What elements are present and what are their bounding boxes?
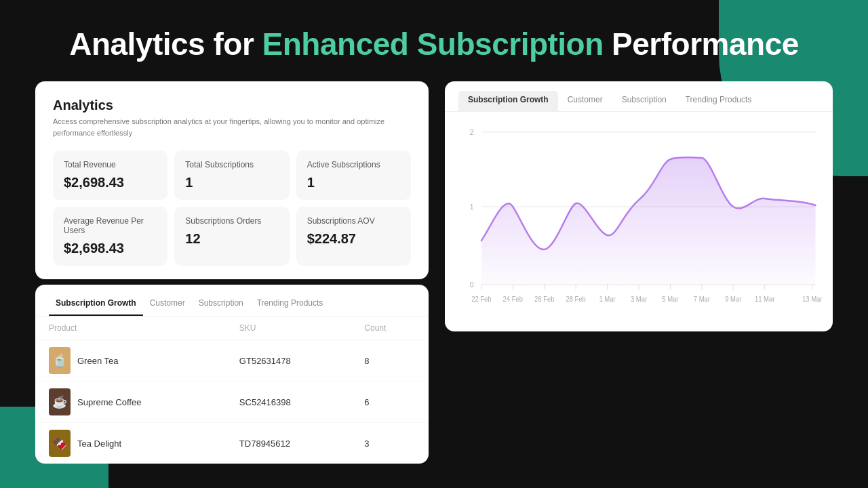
page-header: Analytics for Enhanced Subscription Perf…	[0, 0, 868, 81]
title-suffix: Performance	[604, 26, 799, 62]
svg-text:26 Feb: 26 Feb	[534, 296, 554, 303]
left-panel: Analytics Access comprehensive subscript…	[35, 81, 429, 464]
svg-text:28 Feb: 28 Feb	[566, 296, 585, 303]
title-prefix: Analytics for	[69, 26, 262, 62]
svg-text:1: 1	[470, 203, 474, 211]
svg-text:22 Feb: 22 Feb	[471, 296, 491, 303]
product-sku-1: SC52416398	[226, 382, 351, 423]
product-icon-0: 🍵	[49, 347, 71, 374]
svg-text:7 Mar: 7 Mar	[694, 296, 711, 303]
product-count-2: 3	[351, 423, 429, 464]
svg-text:1 Mar: 1 Mar	[599, 296, 616, 303]
chart-tab-3[interactable]: Trending Products	[676, 91, 762, 111]
chart-tab-0[interactable]: Subscription Growth	[458, 91, 558, 111]
product-icon-1: ☕	[49, 388, 71, 415]
title-accent: Enhanced Subscription	[262, 26, 604, 62]
table-col-0: Product	[35, 317, 226, 340]
svg-text:24 Feb: 24 Feb	[503, 296, 523, 303]
metric-label-3: Average Revenue Per Users	[64, 216, 157, 235]
product-cell-2: 🍫Tea Delight	[35, 423, 226, 464]
product-table: ProductSKUCount 🍵Green TeaGT526314788☕Su…	[35, 317, 429, 464]
table-tab-3[interactable]: Trending Products	[250, 294, 330, 316]
metric-value-0: $2,698.43	[64, 175, 157, 190]
metric-value-2: 1	[307, 175, 400, 190]
metric-value-3: $2,698.43	[64, 241, 157, 256]
metric-label-5: Subscriptions AOV	[307, 216, 400, 226]
metrics-grid: Total Revenue$2,698.43Total Subscription…	[53, 150, 411, 266]
table-row-1: ☕Supreme CoffeeSC524163986	[35, 382, 429, 423]
analytics-desc: Access comprehensive subscription analyt…	[53, 116, 411, 138]
product-sku-2: TD78945612	[226, 423, 351, 464]
table-tab-2[interactable]: Subscription	[192, 294, 250, 316]
product-sku-0: GT52631478	[226, 340, 351, 382]
chart-tabs: Subscription GrowthCustomerSubscriptionT…	[445, 81, 833, 112]
chart-card: Subscription GrowthCustomerSubscriptionT…	[445, 81, 833, 331]
metric-label-4: Subscriptions Orders	[185, 216, 278, 226]
product-count-0: 8	[351, 340, 429, 382]
metric-box-0: Total Revenue$2,698.43	[53, 150, 167, 200]
metric-value-1: 1	[185, 175, 278, 190]
table-header-row: ProductSKUCount	[35, 317, 429, 340]
metric-box-3: Average Revenue Per Users$2,698.43	[53, 207, 167, 266]
svg-text:11 Mar: 11 Mar	[755, 296, 775, 303]
product-count-1: 6	[351, 382, 429, 423]
analytics-title: Analytics	[53, 98, 411, 113]
analytics-card: Analytics Access comprehensive subscript…	[35, 81, 429, 279]
chart-fill-area	[481, 157, 816, 285]
table-row-2: 🍫Tea DelightTD789456123	[35, 423, 429, 464]
table-tab-1[interactable]: Customer	[143, 294, 192, 316]
subscription-growth-chart: 2 1 0	[456, 119, 822, 322]
table-col-2: Count	[351, 317, 429, 340]
right-panel: Subscription GrowthCustomerSubscriptionT…	[445, 81, 833, 464]
metric-label-0: Total Revenue	[64, 160, 157, 169]
product-icon-2: 🍫	[49, 430, 71, 457]
product-name-2: Tea Delight	[77, 439, 121, 449]
main-content: Analytics Access comprehensive subscript…	[0, 81, 868, 464]
product-name-1: Supreme Coffee	[77, 397, 141, 407]
table-row-0: 🍵Green TeaGT526314788	[35, 340, 429, 382]
table-card: Subscription GrowthCustomerSubscriptionT…	[35, 285, 429, 464]
table-col-1: SKU	[226, 317, 351, 340]
chart-tab-2[interactable]: Subscription	[612, 91, 676, 111]
metric-label-1: Total Subscriptions	[185, 160, 278, 169]
svg-text:13 Mar: 13 Mar	[802, 296, 822, 303]
svg-text:2: 2	[470, 128, 474, 136]
metric-value-5: $224.87	[307, 231, 400, 247]
product-cell-0: 🍵Green Tea	[35, 340, 226, 382]
table-body: 🍵Green TeaGT526314788☕Supreme CoffeeSC52…	[35, 340, 429, 464]
metric-label-2: Active Subscriptions	[307, 160, 400, 169]
metric-box-5: Subscriptions AOV$224.87	[296, 207, 411, 266]
metric-value-4: 12	[185, 231, 278, 247]
metric-box-1: Total Subscriptions1	[174, 150, 289, 200]
chart-tab-1[interactable]: Customer	[558, 91, 612, 111]
svg-text:5 Mar: 5 Mar	[662, 296, 679, 303]
metric-box-2: Active Subscriptions1	[296, 150, 411, 200]
svg-text:0: 0	[470, 281, 474, 289]
svg-text:3 Mar: 3 Mar	[631, 296, 648, 303]
table-tabs: Subscription GrowthCustomerSubscriptionT…	[35, 285, 429, 317]
metric-box-4: Subscriptions Orders12	[174, 207, 289, 266]
product-name-0: Green Tea	[77, 356, 118, 366]
page-title: Analytics for Enhanced Subscription Perf…	[27, 26, 841, 62]
chart-area: 2 1 0	[445, 112, 833, 331]
product-cell-1: ☕Supreme Coffee	[35, 382, 226, 423]
svg-text:9 Mar: 9 Mar	[725, 296, 742, 303]
table-tab-0[interactable]: Subscription Growth	[49, 294, 143, 316]
